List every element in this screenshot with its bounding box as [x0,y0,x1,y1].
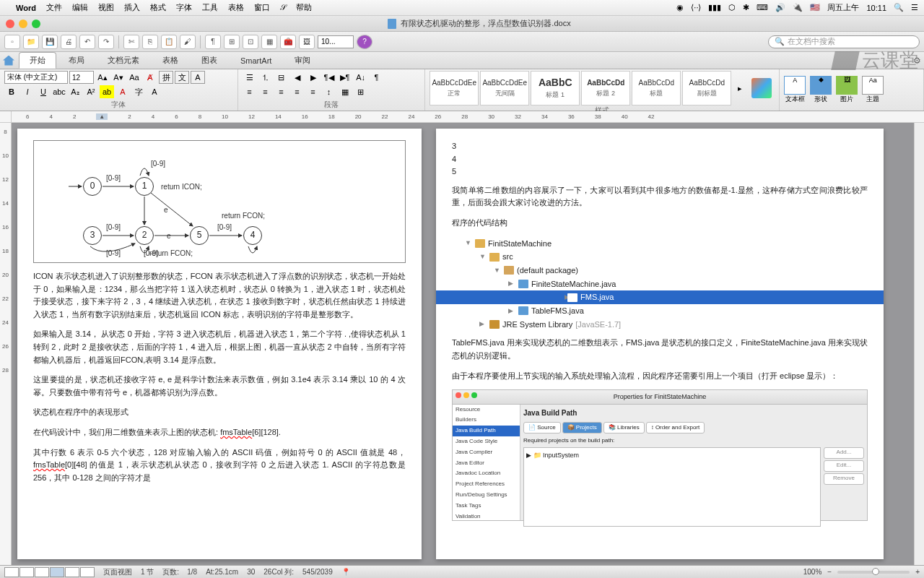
numbering-button[interactable]: ⒈ [258,71,273,84]
char-border-button[interactable]: A [191,71,205,84]
menu-font[interactable]: 字体 [176,2,192,13]
align-left-button[interactable]: ≡ [243,85,257,98]
zoom-button[interactable] [32,20,40,28]
menu-edit[interactable]: 编辑 [72,2,88,13]
undo-button[interactable]: ↶ [79,35,95,49]
subscript-button[interactable]: A₂ [68,85,82,98]
spotlight-icon[interactable]: 🔍 [894,3,904,12]
page-2[interactable]: 3 4 5 我简单将二维数组的内容展示了一下，大家可以看到其中很多地方的数值都是… [436,129,884,559]
battery-icon[interactable]: ▮▮▮ [708,3,721,12]
help-button[interactable]: ? [357,35,372,49]
superscript-button[interactable]: A² [84,85,98,98]
style-normal[interactable]: AaBbCcDdEe正常 [430,71,479,105]
shading-button[interactable]: ▦ [338,85,352,98]
styles-more-button[interactable]: ▸ [733,82,747,95]
phonetic-button[interactable]: 拼 [159,71,173,84]
menu-table[interactable]: 表格 [228,2,244,13]
home-icon[interactable] [3,56,14,66]
cut-button[interactable]: ✄ [123,35,139,49]
picture-button[interactable]: 🖼 [836,76,858,95]
save-button[interactable]: 💾 [42,35,58,49]
vertical-ruler[interactable]: 810121416182022242628 [0,123,12,565]
vertical-scrollbar[interactable] [914,123,924,565]
style-title[interactable]: AaBbCcDd标题 [632,71,681,105]
clock-day[interactable]: 周五上午 [827,2,859,13]
menu-view[interactable]: 视图 [98,2,114,13]
volume-icon[interactable]: 🔊 [775,3,785,12]
theme-button[interactable]: Aa [862,76,884,95]
distribute-button[interactable]: ≡ [306,85,321,98]
view-notebook-button[interactable] [65,567,79,577]
indent-left-button[interactable]: ◀ [290,71,305,84]
zoom-select[interactable]: 10... [318,35,354,48]
char-circle-button[interactable]: A [147,85,162,98]
view-draft-button[interactable] [4,567,19,577]
style-h1[interactable]: AaBbC标题 1 [531,71,580,105]
view-focus-button[interactable] [80,567,95,577]
tab-smartart[interactable]: SmartArt [230,53,282,68]
menu-tools[interactable]: 工具 [202,2,218,13]
bullets-button[interactable]: ☰ [243,71,257,84]
font-color-button[interactable]: A [116,85,130,98]
font-size-select[interactable]: 12 [69,71,94,84]
theme-colors-icon[interactable] [751,78,772,98]
style-subtitle[interactable]: AaBbCcDd副标题 [682,71,731,105]
redo-button[interactable]: ↷ [98,35,114,49]
bluetooth-icon[interactable]: ✱ [743,3,749,12]
tab-chart[interactable]: 图表 [191,52,228,69]
borders-button[interactable]: ⊞ [354,85,368,98]
shrink-font-button[interactable]: A▾ [111,71,126,84]
menu-insert[interactable]: 插入 [124,2,140,13]
underline-button[interactable]: U [36,85,51,98]
show-all-button[interactable]: ⊞ [224,35,240,49]
media-button[interactable]: 🖼 [299,35,315,49]
view-print-button[interactable] [50,567,64,577]
sort-button[interactable]: A↓ [354,71,368,84]
power-icon[interactable]: 🔌 [793,3,803,12]
menu-window[interactable]: 窗口 [254,2,270,13]
highlight-button[interactable]: ab [100,85,114,98]
flag-icon[interactable]: 🇺🇸 [810,3,820,12]
zoom-out-button[interactable]: − [827,568,832,576]
menu-format[interactable]: 格式 [150,2,166,13]
horizontal-ruler[interactable]: 642▲246810121416182022242628303234363840… [0,111,924,123]
format-painter-button[interactable]: 🖌 [180,35,196,49]
status-dot-icon[interactable]: ◉ [676,3,684,12]
minimize-button[interactable] [19,20,27,28]
notifications-icon[interactable]: ☰ [911,3,918,12]
sync-icon[interactable]: ⟨··⟩ [691,3,701,12]
script-icon[interactable]: 𝒮 [280,3,286,12]
strike-button[interactable]: abc [52,85,66,98]
zoom-in-button[interactable]: + [915,568,920,576]
char-shading-button[interactable]: 字 [131,85,146,98]
italic-button[interactable]: I [20,85,35,98]
indent-right-button[interactable]: ▶ [306,71,321,84]
tab-review[interactable]: 审阅 [284,52,321,69]
clock-time[interactable]: 10:11 [866,4,886,12]
align-right-button[interactable]: ≡ [274,85,289,98]
toggle-marks-button[interactable]: ¶ [205,35,221,49]
gallery-button[interactable]: ▦ [261,35,277,49]
menu-help[interactable]: 帮助 [296,2,312,13]
tab-home[interactable]: 开始 [19,52,56,69]
clear-format-button[interactable]: A̸ [143,71,157,84]
copy-button[interactable]: ⎘ [142,35,158,49]
menu-file[interactable]: 文件 [46,2,62,13]
page-1[interactable]: 0 1 2 3 5 4 [0-9] [0-9] return ICON; [0-… [17,129,422,559]
sidebar-button[interactable]: ⊡ [243,35,258,49]
justify-button[interactable]: ≡ [290,85,305,98]
shape-button[interactable]: ◆ [810,76,832,95]
view-publish-button[interactable] [35,567,49,577]
show-marks-button[interactable]: ¶ [370,71,384,84]
open-button[interactable]: 📁 [23,35,39,49]
bold-button[interactable]: B [4,85,19,98]
tab-elements[interactable]: 文档元素 [97,52,150,69]
new-button[interactable]: ▫ [4,35,20,49]
textbox-button[interactable]: A [784,76,806,95]
rtl-button[interactable]: ▶¶ [338,71,352,84]
app-name[interactable]: Word [16,4,36,12]
view-outline-button[interactable] [19,567,34,577]
align-center-button[interactable]: ≡ [258,85,273,98]
dropbox-icon[interactable]: ⬡ [728,3,736,12]
toolbox-button[interactable]: 🧰 [280,35,296,49]
